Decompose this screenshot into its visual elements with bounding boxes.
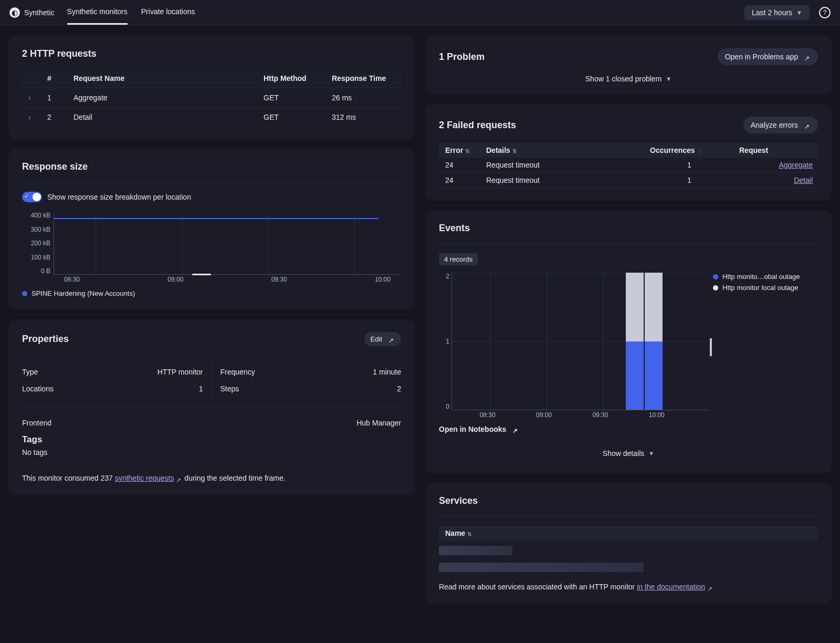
external-link-icon bbox=[804, 54, 811, 60]
left-column: 2 HTTP requests # Request Name Http Meth… bbox=[8, 36, 415, 604]
prop-steps-val: 2 bbox=[397, 385, 401, 393]
col-service-name[interactable]: Name⇅ bbox=[439, 526, 818, 541]
time-range-label: Last 2 hours bbox=[752, 8, 792, 17]
brand[interactable]: Synthetic bbox=[9, 7, 55, 18]
prop-type-label: Type bbox=[22, 368, 38, 376]
prop-frequency-val: 1 minute bbox=[373, 368, 401, 376]
prop-locations-val: 1 bbox=[199, 385, 203, 393]
sort-icon: ⇅ bbox=[465, 148, 469, 154]
tab-synthetic-monitors[interactable]: Synthetic monitors bbox=[67, 0, 128, 25]
documentation-link[interactable]: in the documentation bbox=[637, 583, 713, 591]
help-icon[interactable]: ? bbox=[819, 7, 831, 18]
chart-series-line bbox=[54, 218, 379, 219]
expand-row-icon[interactable]: › bbox=[22, 108, 43, 127]
open-problems-button[interactable]: Open in Problems app bbox=[718, 48, 818, 65]
prop-frontend-label: Frontend bbox=[22, 419, 51, 427]
chevron-down-icon: ▼ bbox=[648, 450, 654, 457]
col-occurrences[interactable]: Occurrences ↓ bbox=[645, 143, 734, 158]
events-plot-area bbox=[452, 273, 708, 410]
events-legend: Http monito…obal outage Http monitor loc… bbox=[713, 273, 818, 295]
legend-dot-icon bbox=[22, 291, 27, 296]
http-requests-title: 2 HTTP requests bbox=[22, 48, 97, 59]
service-skeleton-row bbox=[439, 563, 644, 572]
external-link-icon bbox=[512, 426, 519, 432]
edit-button[interactable]: Edit bbox=[364, 332, 401, 346]
chart-plot-area bbox=[54, 214, 399, 275]
response-size-title: Response size bbox=[22, 161, 88, 172]
prop-frontend-val: Hub Manager bbox=[356, 419, 401, 427]
expand-row-icon[interactable]: › bbox=[22, 88, 43, 108]
services-title: Services bbox=[439, 495, 478, 506]
col-num[interactable]: # bbox=[43, 69, 69, 88]
synthetic-requests-link[interactable]: synthetic requests bbox=[115, 474, 183, 482]
external-link-icon bbox=[804, 122, 811, 128]
table-row[interactable]: 24 Request timeout 1 Detail bbox=[439, 173, 818, 188]
time-range-picker[interactable]: Last 2 hours ▼ bbox=[744, 5, 810, 20]
breakdown-toggle-row: Show response size breakdown per locatio… bbox=[22, 192, 401, 202]
col-details[interactable]: Details⇅ bbox=[481, 143, 645, 158]
http-requests-table: # Request Name Http Method Response Time… bbox=[22, 69, 401, 127]
topbar-left: Synthetic Synthetic monitors Private loc… bbox=[9, 0, 195, 25]
external-link-icon bbox=[707, 584, 713, 590]
events-chart[interactable]: 2 1 0 08:30 09:00 bbox=[439, 273, 818, 420]
request-link[interactable]: Detail bbox=[794, 176, 813, 184]
topbar: Synthetic Synthetic monitors Private loc… bbox=[0, 0, 840, 25]
properties-card: Properties Edit Type HTTP monitor Locati… bbox=[8, 319, 415, 495]
col-request[interactable]: Request bbox=[734, 143, 818, 158]
sort-icon: ⇅ bbox=[467, 531, 471, 537]
right-column: 1 Problem Open in Problems app Show 1 cl… bbox=[425, 36, 832, 604]
problem-card: 1 Problem Open in Problems app Show 1 cl… bbox=[425, 36, 832, 95]
show-details[interactable]: Show details ▼ bbox=[439, 446, 818, 461]
failed-requests-card: 2 Failed requests Analyze errors Error⇅ … bbox=[425, 104, 832, 201]
consumption-text: This monitor consumed 237 synthetic requ… bbox=[22, 474, 401, 482]
legend-dot-icon bbox=[713, 274, 718, 279]
main-content: 2 HTTP requests # Request Name Http Meth… bbox=[0, 25, 840, 614]
show-closed-problem[interactable]: Show 1 closed problem ▼ bbox=[439, 71, 818, 86]
breakdown-toggle[interactable] bbox=[22, 192, 42, 202]
col-error[interactable]: Error⇅ bbox=[439, 143, 481, 158]
service-skeleton-row bbox=[439, 546, 512, 555]
events-title: Events bbox=[439, 223, 470, 234]
records-badge: 4 records bbox=[439, 253, 478, 265]
prop-frequency-label: Frequency bbox=[220, 368, 255, 376]
col-response-time[interactable]: Response Time bbox=[328, 69, 401, 88]
chart-hover-indicator bbox=[710, 338, 712, 356]
prop-locations-label: Locations bbox=[22, 385, 54, 393]
chart-y-axis: 400 kB 300 kB 200 kB 100 kB 0 B bbox=[22, 212, 50, 275]
chevron-down-icon: ▼ bbox=[666, 76, 671, 82]
events-x-axis: 08:30 09:00 09:30 10:00 bbox=[452, 411, 708, 420]
chart-scroll-handle[interactable] bbox=[192, 274, 211, 275]
app-logo-icon bbox=[9, 7, 20, 18]
analyze-errors-button[interactable]: Analyze errors bbox=[743, 117, 818, 133]
properties-title: Properties bbox=[22, 334, 69, 345]
nav-tabs: Synthetic monitors Private locations bbox=[67, 0, 195, 25]
response-size-chart[interactable]: 400 kB 300 kB 200 kB 100 kB 0 B 08:30 bbox=[22, 212, 401, 285]
legend-dot-icon bbox=[713, 285, 718, 291]
col-http-method[interactable]: Http Method bbox=[259, 69, 328, 88]
table-row[interactable]: › 2 Detail GET 312 ms bbox=[22, 108, 401, 127]
tags-title: Tags bbox=[22, 434, 42, 445]
failed-requests-table: Error⇅ Details⇅ Occurrences ↓ Request 24… bbox=[439, 143, 818, 188]
events-card: Events 4 records 2 1 0 bbox=[425, 210, 832, 473]
table-row[interactable]: 24 Request timeout 1 Aggregate bbox=[439, 158, 818, 173]
tab-private-locations[interactable]: Private locations bbox=[141, 0, 195, 25]
col-request-name[interactable]: Request Name bbox=[69, 69, 259, 88]
chevron-down-icon: ▼ bbox=[796, 9, 802, 16]
sort-desc-icon: ↓ bbox=[697, 148, 701, 154]
topbar-right: Last 2 hours ▼ ? bbox=[744, 5, 831, 20]
external-link-icon bbox=[388, 336, 395, 343]
chart-x-axis: 08:30 09:00 09:30 10:00 bbox=[54, 276, 401, 285]
sort-icon: ⇅ bbox=[512, 148, 517, 154]
request-link[interactable]: Aggregate bbox=[779, 161, 813, 169]
services-footer: Read more about services associated with… bbox=[439, 583, 818, 591]
events-y-axis: 2 1 0 bbox=[439, 273, 449, 410]
http-requests-card: 2 HTTP requests # Request Name Http Meth… bbox=[8, 36, 415, 139]
external-link-icon bbox=[176, 475, 182, 482]
open-in-notebooks[interactable]: Open in Notebooks bbox=[439, 425, 818, 433]
tags-empty: No tags bbox=[22, 448, 401, 457]
prop-steps-label: Steps bbox=[220, 385, 239, 393]
response-size-card: Response size Show response size breakdo… bbox=[8, 149, 415, 310]
services-card: Services Name⇅ Read more about services … bbox=[425, 483, 832, 604]
table-row[interactable]: › 1 Aggregate GET 26 ms bbox=[22, 88, 401, 108]
prop-type-val: HTTP monitor bbox=[158, 368, 203, 376]
